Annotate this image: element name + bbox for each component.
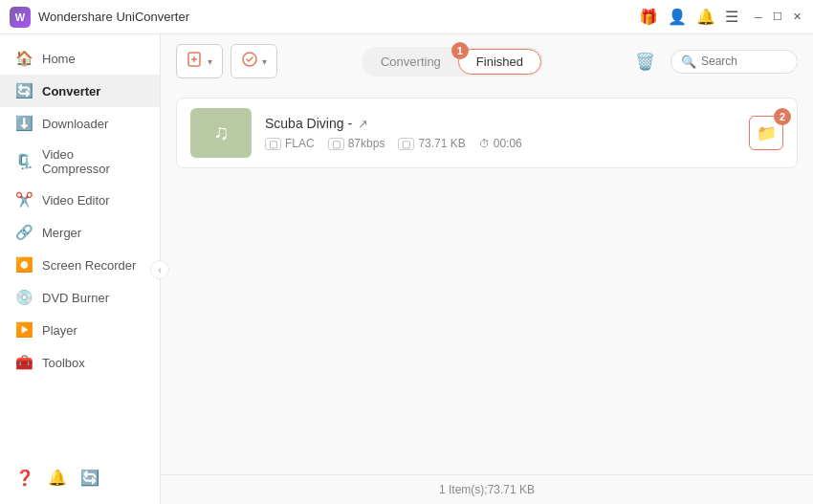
bitrate-icon: ▢ [328, 138, 344, 150]
sidebar-item-screen-recorder[interactable]: ⏺️ Screen Recorder [0, 249, 160, 281]
sidebar-item-video-compressor[interactable]: 🗜️ Video Compressor [0, 140, 160, 184]
sidebar-label-screen-recorder: Screen Recorder [42, 258, 136, 273]
file-list: ♫ Scuba Diving - ↗ ▢ FLAC ▢ 87 [161, 88, 813, 474]
minimize-button[interactable]: ─ [752, 11, 765, 24]
status-text: 1 Item(s);73.71 KB [439, 483, 535, 496]
file-thumbnail: ♫ [190, 108, 252, 158]
player-icon: ▶️ [15, 321, 33, 339]
status-bar: 1 Item(s);73.71 KB [161, 474, 813, 504]
app-title: Wondershare UniConverter [38, 10, 189, 24]
sidebar-label-converter: Converter [42, 84, 100, 99]
close-button[interactable]: ✕ [790, 11, 803, 24]
sidebar-label-toolbox: Toolbox [42, 356, 85, 370]
toolbar-right: 🗑️ 🔍 [627, 48, 798, 76]
titlebar: W Wondershare UniConverter 🎁 👤 🔔 ☰ ─ ☐ ✕ [0, 0, 813, 34]
sidebar-collapse-button[interactable]: ‹ [150, 260, 169, 279]
sidebar-item-player[interactable]: ▶️ Player [0, 314, 160, 346]
converter-icon: 🔄 [15, 82, 33, 99]
convert-icon [241, 51, 258, 72]
help-icon[interactable]: ❓ [15, 469, 34, 487]
table-row: ♫ Scuba Diving - ↗ ▢ FLAC ▢ 87 [176, 98, 798, 168]
tab-badge: 1 [451, 42, 469, 59]
app-icon: W [10, 7, 31, 28]
sidebar-bottom: ❓ 🔔 🔄 [0, 459, 160, 496]
content-area: ▾ ▾ Converting [161, 34, 813, 504]
size-icon: ▢ [398, 138, 414, 150]
sidebar-item-dvd-burner[interactable]: 💿 DVD Burner [0, 281, 160, 314]
menu-icon[interactable]: ☰ [725, 8, 738, 26]
sidebar-item-video-editor[interactable]: ✂️ Video Editor [0, 184, 160, 216]
add-file-icon [187, 51, 204, 72]
file-info: Scuba Diving - ↗ ▢ FLAC ▢ 87kbps [265, 116, 736, 150]
toolbar-left: ▾ ▾ [176, 44, 277, 78]
toolbox-icon: 🧰 [15, 354, 33, 371]
sync-icon[interactable]: 🔄 [80, 469, 99, 487]
tab-finished[interactable]: 1 Finished [458, 49, 541, 75]
sidebar-label-video-compressor: Video Compressor [42, 147, 144, 176]
downloader-icon: ⬇️ [15, 115, 33, 132]
file-format: ▢ FLAC [265, 137, 315, 150]
file-duration: ⏱ 00:06 [479, 137, 522, 150]
dvd-burner-icon: 💿 [15, 289, 33, 306]
search-icon: 🔍 [681, 55, 696, 69]
convert-chevron: ▾ [262, 56, 267, 67]
merger-icon: 🔗 [15, 224, 33, 241]
duration-icon: ⏱ [479, 138, 490, 149]
search-box: 🔍 [670, 50, 798, 74]
sidebar: 🏠 Home 🔄 Converter ⬇️ Downloader 🗜️ Vide… [0, 34, 161, 504]
trash-button[interactable]: 🗑️ [627, 48, 663, 76]
user-icon[interactable]: 👤 [668, 8, 687, 26]
sidebar-item-toolbox[interactable]: 🧰 Toolbox [0, 346, 160, 379]
sidebar-item-converter[interactable]: 🔄 Converter [0, 75, 160, 107]
sidebar-label-video-editor: Video Editor [42, 193, 110, 208]
file-action: 2 📁 [749, 116, 783, 150]
titlebar-right: 🎁 👤 🔔 ☰ ─ ☐ ✕ [639, 8, 803, 26]
sidebar-item-downloader[interactable]: ⬇️ Downloader [0, 107, 160, 140]
search-input[interactable] [701, 55, 787, 68]
sidebar-item-home[interactable]: 🏠 Home [0, 42, 160, 75]
titlebar-left: W Wondershare UniConverter [10, 7, 189, 28]
notification-icon[interactable]: 🔔 [48, 469, 67, 487]
screen-recorder-icon: ⏺️ [15, 256, 33, 274]
toolbar: ▾ ▾ Converting [161, 34, 813, 88]
file-bitrate: ▢ 87kbps [328, 137, 385, 150]
file-size: ▢ 73.71 KB [398, 137, 465, 150]
window-controls: ─ ☐ ✕ [752, 11, 803, 24]
file-meta: ▢ FLAC ▢ 87kbps ▢ 73.71 KB ⏱ [265, 137, 736, 150]
folder-icon: 📁 [757, 123, 777, 143]
maximize-button[interactable]: ☐ [771, 11, 784, 24]
sidebar-label-player: Player [42, 323, 77, 338]
file-open-icon[interactable]: ↗ [358, 117, 368, 131]
sidebar-label-merger: Merger [42, 226, 81, 240]
tab-converting[interactable]: Converting [363, 50, 458, 74]
sidebar-label-home: Home [42, 52, 76, 66]
bell-icon[interactable]: 🔔 [696, 8, 715, 26]
sidebar-item-merger[interactable]: 🔗 Merger [0, 216, 160, 249]
open-folder-button[interactable]: 2 📁 [749, 116, 783, 150]
home-icon: 🏠 [15, 50, 33, 67]
file-name: Scuba Diving - ↗ [265, 116, 736, 131]
add-file-chevron: ▾ [208, 56, 212, 67]
format-icon: ▢ [265, 138, 281, 150]
convert-button[interactable]: ▾ [231, 44, 277, 78]
music-icon: ♫ [213, 121, 230, 145]
sidebar-label-dvd-burner: DVD Burner [42, 291, 109, 305]
add-file-button[interactable]: ▾ [176, 44, 223, 78]
sidebar-label-downloader: Downloader [42, 117, 108, 131]
main-layout: 🏠 Home 🔄 Converter ⬇️ Downloader 🗜️ Vide… [0, 34, 813, 504]
tab-bar: Converting 1 Finished [362, 47, 543, 77]
video-compressor-icon: 🗜️ [15, 153, 33, 170]
video-editor-icon: ✂️ [15, 191, 33, 208]
badge-2: 2 [774, 108, 791, 125]
gift-icon[interactable]: 🎁 [639, 8, 658, 26]
